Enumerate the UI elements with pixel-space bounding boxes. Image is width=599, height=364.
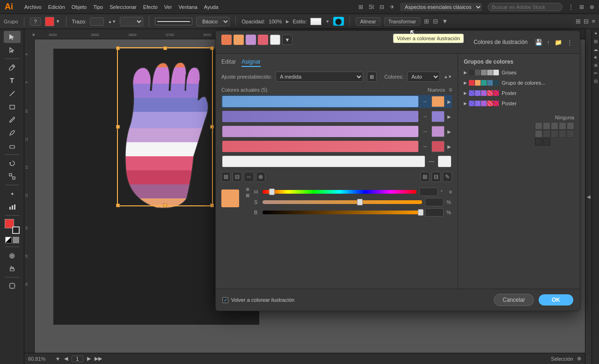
transformar-button[interactable]: Transformar <box>384 17 421 26</box>
profile-select[interactable] <box>120 17 143 26</box>
line-tool[interactable] <box>4 87 21 100</box>
menu-ventana[interactable]: Ventana <box>178 4 197 10</box>
menu-seleccionar[interactable]: Seleccionar <box>110 4 136 10</box>
b-slider-thumb[interactable] <box>418 209 424 216</box>
expand-icon[interactable]: ⋮ <box>568 4 574 10</box>
colors-arrows[interactable]: ▲▼ <box>444 74 452 79</box>
menu-efecto[interactable]: Efecto <box>143 4 158 10</box>
workspace-select[interactable]: Aspectos esenciales clásicos <box>400 3 482 11</box>
symbol-tool[interactable]: ✦ <box>4 188 21 200</box>
add-color-group-btn[interactable]: 💾 <box>533 39 544 46</box>
color-row-2[interactable]: → ▶ <box>221 110 452 123</box>
colors-select[interactable]: Auto <box>407 72 440 82</box>
tab-editar[interactable]: Editar <box>221 58 236 67</box>
rect-tool[interactable] <box>4 101 21 113</box>
assign-btn-1[interactable]: ⊞ <box>221 172 231 182</box>
s-slider-track[interactable] <box>263 200 422 204</box>
basico-select[interactable]: Básico <box>196 17 230 26</box>
volver-checkbox[interactable]: ✓ <box>222 297 228 303</box>
new-color-swatch-2[interactable] <box>431 111 445 122</box>
tab-asignar[interactable]: Asignar <box>241 58 261 67</box>
swap-colors-icon[interactable] <box>5 237 12 243</box>
menu-archivo[interactable]: Archivo <box>24 4 42 10</box>
s-slider-thumb[interactable] <box>357 199 363 205</box>
expand-row-4[interactable]: ▶ <box>447 144 451 149</box>
more-color-btn[interactable]: ⋮ <box>565 39 574 46</box>
b-value-input[interactable]: 100 <box>425 208 444 217</box>
menu-tipo[interactable]: Tipo <box>93 4 103 10</box>
swatch-red-pink[interactable] <box>258 35 268 45</box>
arrange-tool-icon[interactable]: ⊞ <box>424 18 429 25</box>
color-boxes[interactable] <box>5 219 20 234</box>
color-row-1[interactable]: → ▶ <box>221 95 452 108</box>
pencil-tool[interactable] <box>4 127 21 139</box>
rp-icon-5[interactable]: ⊕ <box>594 63 598 68</box>
swatches-more[interactable]: ▼ <box>282 35 292 45</box>
color-row-4[interactable]: → ▶ <box>221 140 452 153</box>
zoom-tool[interactable]: ⊕ <box>4 249 21 262</box>
expand-row-3[interactable]: ▶ <box>447 129 451 134</box>
rotate-tool[interactable] <box>4 157 21 169</box>
new-color-swatch-4[interactable] <box>431 141 445 152</box>
eraser-tool[interactable] <box>4 140 21 152</box>
stock-icon[interactable]: St <box>369 4 374 10</box>
ok-button[interactable]: OK <box>539 294 573 306</box>
color-preview-swatch[interactable] <box>221 189 239 207</box>
rp-icon-2[interactable]: ⊞ <box>594 39 598 44</box>
adobe-stock-search[interactable] <box>488 3 562 11</box>
brush-tool[interactable] <box>4 114 21 126</box>
b-slider-track[interactable] <box>263 211 422 214</box>
s-value-input[interactable]: 60,78 <box>425 198 444 206</box>
link-icon-1[interactable]: ⊕ <box>246 187 249 192</box>
trazo-value-input[interactable] <box>90 17 104 26</box>
assign-btn-6[interactable]: ⊟ <box>431 172 441 182</box>
stroke-color-swatch[interactable] <box>45 17 54 26</box>
color-group-poster-1[interactable]: ▶ Poster <box>464 89 574 97</box>
expand-panels-icon[interactable]: ⊟ <box>584 18 589 25</box>
stroke-color-box[interactable] <box>12 226 20 234</box>
direct-selection-tool[interactable] <box>4 44 21 56</box>
assign-btn-4[interactable]: ⊕ <box>256 172 265 182</box>
estilo-arrow-icon[interactable]: ▼ <box>325 19 329 24</box>
menu-objeto[interactable]: Objeto <box>72 4 87 10</box>
nav-next[interactable]: ▶ <box>87 356 91 362</box>
rp-icon-3[interactable]: ☁ <box>593 47 598 52</box>
expand-row-1[interactable]: ▶ <box>447 99 451 104</box>
panel-collapse-arrow[interactable]: ◀ <box>585 29 592 364</box>
h-menu-icon[interactable]: ≡ <box>449 189 452 195</box>
cancelar-button[interactable]: Cancelar <box>494 294 534 306</box>
stroke-dropdown-icon[interactable]: ▼ <box>56 19 60 24</box>
share-color-btn[interactable]: ↑ <box>546 39 552 46</box>
estilo-swatch[interactable] <box>310 18 321 25</box>
assign-btn-5[interactable]: ⊞ <box>420 172 430 182</box>
artboard-tool[interactable] <box>4 280 21 292</box>
expand-row-2[interactable]: ▶ <box>447 114 451 119</box>
table-menu-icon[interactable]: ≡ <box>449 87 452 93</box>
rp-icon-4[interactable]: ★ <box>593 55 598 60</box>
menu-edicion[interactable]: Edición <box>48 4 65 10</box>
rp-icon-6[interactable]: ✏ <box>594 71 598 76</box>
preset-save-btn[interactable]: ⊞ <box>367 72 377 82</box>
assign-btn-2[interactable]: ⊟ <box>233 172 242 182</box>
scale-tool[interactable] <box>4 170 21 182</box>
trazo-up-icon[interactable]: ▲▼ <box>108 19 116 24</box>
cloud-icon[interactable]: ⊕ <box>590 4 594 10</box>
swatch-light-orange[interactable] <box>234 35 244 45</box>
h-slider-track[interactable] <box>263 190 416 194</box>
color-group-poster-2[interactable]: ▶ Poster <box>464 100 574 107</box>
graph-tool[interactable] <box>4 201 21 213</box>
pen-tool[interactable] <box>4 61 21 73</box>
folder-icon-btn[interactable]: 📁 <box>553 39 563 46</box>
swatch-purple[interactable] <box>246 35 256 45</box>
none-color-icon[interactable] <box>13 237 19 243</box>
swatch-orange[interactable] <box>221 35 232 45</box>
more-options-icon[interactable]: ⊟ <box>433 18 438 25</box>
share-icon[interactable]: ✈ <box>390 4 394 10</box>
page-input[interactable] <box>72 356 83 362</box>
h-slider-thumb[interactable] <box>269 189 275 195</box>
rp-icon-1[interactable]: ✦ <box>594 31 598 36</box>
h-value-input[interactable]: 22,84 <box>419 188 438 196</box>
preset-select[interactable]: A medida <box>276 72 363 82</box>
extra-options-icon[interactable]: ▼ <box>442 18 448 25</box>
color-row-5[interactable]: — <box>221 155 452 168</box>
